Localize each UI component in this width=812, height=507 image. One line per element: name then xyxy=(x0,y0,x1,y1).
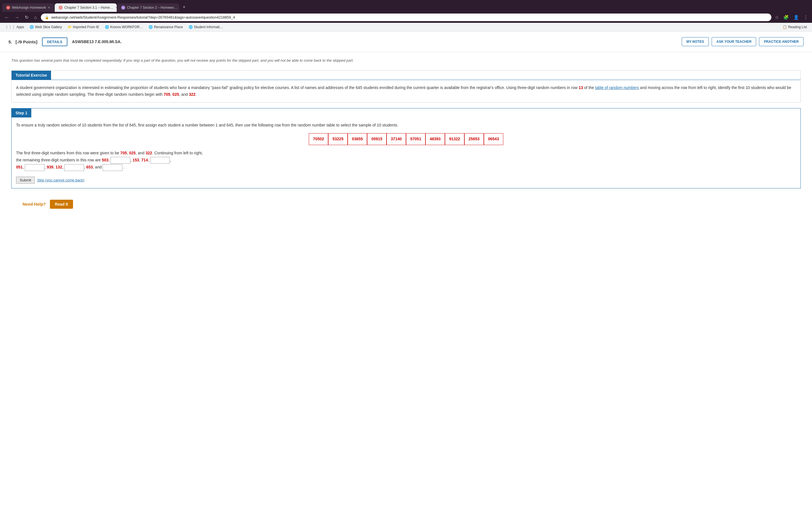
bookmark-renaissance[interactable]: 🌐 Renaissance Place xyxy=(146,24,185,30)
home-button[interactable]: ⌂ xyxy=(33,14,39,21)
rnum-48393: 48393 xyxy=(425,133,445,145)
num-153: 153 xyxy=(133,158,139,162)
bookmark-kronos-label: Kronos WORKFOR… xyxy=(110,25,143,29)
input-field-1[interactable] xyxy=(110,157,130,164)
cont-705: 705 xyxy=(120,151,127,155)
num-503: 503 xyxy=(102,158,108,162)
profile-icon[interactable]: 👤 xyxy=(792,13,800,21)
step1-section: Step 1 To ensure a truly random selectio… xyxy=(11,108,801,188)
input-field-4[interactable] xyxy=(64,164,84,171)
imported-ie-icon: 📁 xyxy=(68,25,72,29)
bookmark-star-icon[interactable]: ☆ xyxy=(774,13,780,21)
tab-chapter7-2[interactable]: C Chapter 7 Section 2 – Homewo… ✕ xyxy=(117,3,179,12)
kronos-icon: 🌐 xyxy=(105,25,109,29)
menu-icon[interactable]: ⋮ xyxy=(802,13,809,21)
tab-favicon-chapter7-31: C xyxy=(59,6,63,10)
continuing-line1: The first three-digit numbers from this … xyxy=(16,150,796,157)
rnum-25653: 25653 xyxy=(464,133,484,145)
cont-025: 025 xyxy=(129,151,136,155)
rnum-06543: 06543 xyxy=(484,133,503,145)
my-notes-button[interactable]: MY NOTES xyxy=(682,37,709,46)
bookmark-imported-ie-label: Imported From IE xyxy=(73,25,99,29)
tab-favicon-webassign: W xyxy=(6,6,10,10)
tutorial-text: A student government organization is int… xyxy=(16,84,796,98)
question-number: 5. [-/9 Points] xyxy=(8,40,38,44)
tab-close-webassign[interactable]: ✕ xyxy=(48,6,50,10)
continuing-text: The first three-digit numbers from this … xyxy=(16,150,796,171)
cont-322: 322 xyxy=(146,151,152,155)
bookmark-renaissance-label: Renaissance Place xyxy=(154,25,183,29)
extension-icon: 🧩 xyxy=(782,13,790,21)
random-numbers-row: 70502 53225 03655 05915 37140 57051 4839… xyxy=(16,133,796,145)
tab-label-chapter7-2: Chapter 7 Section 2 – Homewo… xyxy=(127,6,177,10)
bookmark-web-slice-label: Web Slice Gallery xyxy=(35,25,62,29)
question-body: This question has several parts that mus… xyxy=(0,52,812,220)
tutorial-header: Tutorial Exercise xyxy=(11,71,51,80)
form-actions: Submit Skip (you cannot come back) xyxy=(16,177,796,184)
num-025: 025 xyxy=(172,92,179,97)
back-button[interactable]: ← xyxy=(3,14,11,21)
reload-button[interactable]: ↻ xyxy=(23,13,30,21)
reading-list-button[interactable]: 📋 Reading List xyxy=(780,24,809,30)
bookmark-apps[interactable]: ⋮⋮⋮ Apps xyxy=(3,24,26,30)
input-field-2[interactable] xyxy=(150,157,170,164)
question-points: [-/9 Points] xyxy=(15,40,38,44)
rnum-70502: 70502 xyxy=(309,133,328,145)
bookmarks-bar: ⋮⋮⋮ Apps 🌐 Web Slice Gallery 📁 Imported … xyxy=(0,23,812,32)
tutorial-body: A student government organization is int… xyxy=(11,80,801,103)
details-button[interactable]: DETAILS xyxy=(42,38,68,46)
lock-icon: 🔒 xyxy=(45,15,49,19)
bookmark-web-slice[interactable]: 🌐 Web Slice Gallery xyxy=(28,24,64,30)
tab-webassign[interactable]: W WebAssign Homework ✕ xyxy=(2,3,54,12)
bookmark-imported-ie[interactable]: 📁 Imported From IE xyxy=(65,24,101,30)
page-content: 5. [-/9 Points] DETAILS ASWSBE13 7.E.005… xyxy=(0,32,812,507)
rnum-03655: 03655 xyxy=(348,133,367,145)
tab-chapter7-31[interactable]: C Chapter 7 Section 3.1 – Home… ✕ xyxy=(55,3,117,12)
step1-header-bar: Step 1 xyxy=(11,108,801,117)
submit-button[interactable]: Submit xyxy=(16,177,35,184)
tab-label-webassign: WebAssign Homework xyxy=(12,6,46,10)
step1-body: To ensure a truly random selection of 10… xyxy=(11,117,801,188)
forward-button[interactable]: → xyxy=(13,14,21,21)
need-help-section: Need Help? Read It xyxy=(11,194,801,214)
num-051: 051 xyxy=(16,165,22,169)
num-653: 653 xyxy=(86,165,93,169)
num-714: 714 xyxy=(141,158,148,162)
bookmark-student-info[interactable]: 🌐 Student Informati… xyxy=(186,24,225,30)
tab-close-chapter7-31[interactable]: ✕ xyxy=(115,6,117,10)
rnum-05915: 05915 xyxy=(367,133,387,145)
rnum-37140: 37140 xyxy=(387,133,406,145)
web-slice-icon: 🌐 xyxy=(30,25,34,29)
question-num-text: 5. xyxy=(8,40,12,44)
need-help-label: Need Help? xyxy=(22,202,46,207)
tutorial-section: Tutorial Exercise A student government o… xyxy=(11,70,801,103)
address-text: webassign.net/web/Student/Assignment-Res… xyxy=(51,15,767,19)
random-numbers-link[interactable]: table of random numbers xyxy=(595,86,639,90)
input-field-5[interactable] xyxy=(103,164,122,171)
num-705: 705 xyxy=(163,92,170,97)
bookmark-student-info-label: Student Informati… xyxy=(194,25,223,29)
address-bar[interactable]: 🔒 webassign.net/web/Student/Assignment-R… xyxy=(41,13,771,21)
step1-header: Step 1 xyxy=(11,108,31,117)
address-bar-row: ← → ↻ ⌂ 🔒 webassign.net/web/Student/Assi… xyxy=(0,12,812,23)
question-header: 5. [-/9 Points] DETAILS ASWSBE13 7.E.005… xyxy=(0,32,812,52)
renaissance-icon: 🌐 xyxy=(149,25,153,29)
tab-bar: W WebAssign Homework ✕ C Chapter 7 Secti… xyxy=(0,0,812,12)
num-322: 322 xyxy=(189,92,195,97)
new-tab-button[interactable]: + xyxy=(180,2,188,12)
rnum-91322: 91322 xyxy=(445,133,464,145)
num-132: 132 xyxy=(56,165,62,169)
read-it-button[interactable]: Read It xyxy=(50,200,73,209)
input-field-3[interactable] xyxy=(25,164,45,171)
practice-another-button[interactable]: PRACTICE ANOTHER xyxy=(759,37,804,46)
step1-intro: To ensure a truly random selection of 10… xyxy=(16,122,796,129)
rnum-57051: 57051 xyxy=(406,133,425,145)
ask-teacher-button[interactable]: ASK YOUR TEACHER xyxy=(712,37,756,46)
reading-list-icon: 📋 xyxy=(783,25,787,29)
skip-button[interactable]: Skip (you cannot come back) xyxy=(37,177,84,184)
tab-label-chapter7-31: Chapter 7 Section 3.1 – Home… xyxy=(64,6,113,10)
continuing-line2: the remaining three-digit numbers in thi… xyxy=(16,157,796,164)
reading-list-label: Reading List xyxy=(788,25,807,29)
bookmark-kronos[interactable]: 🌐 Kronos WORKFOR… xyxy=(103,24,145,30)
student-info-icon: 🌐 xyxy=(189,25,193,29)
